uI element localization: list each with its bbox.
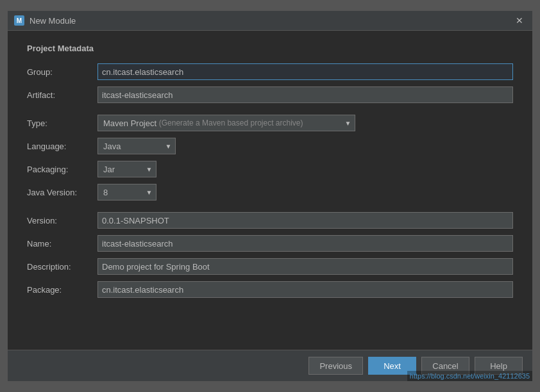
language-label: Language: (27, 142, 97, 151)
artifact-input[interactable] (97, 86, 513, 103)
language-select-wrapper: Java ▼ (97, 138, 513, 154)
type-select-wrapper: Maven Project (Generate a Maven based pr… (97, 115, 513, 131)
language-field: Java ▼ (97, 138, 513, 154)
package-field (97, 281, 513, 298)
description-label: Description: (27, 262, 97, 272)
previous-button[interactable]: Previous (308, 357, 363, 375)
version-input[interactable] (97, 212, 513, 229)
version-field (97, 212, 513, 229)
language-select-text[interactable]: Java (97, 138, 162, 154)
java-version-select-wrapper: 8 ▼ (97, 184, 513, 200)
artifact-row: Artifact: (27, 86, 513, 103)
group-input[interactable] (97, 63, 513, 80)
group-row: Group: (27, 63, 513, 80)
type-field: Maven Project (Generate a Maven based pr… (97, 115, 513, 131)
packaging-select-text[interactable]: Jar (97, 161, 142, 177)
java-version-dropdown-arrow[interactable]: ▼ (142, 184, 156, 200)
version-label: Version: (27, 216, 97, 225)
description-input[interactable] (97, 258, 513, 275)
type-dropdown-arrow[interactable]: ▼ (341, 115, 355, 131)
packaging-label: Packaging: (27, 165, 97, 174)
dialog-title: New Module (30, 16, 76, 26)
type-row: Type: Maven Project (Generate a Maven ba… (27, 115, 513, 131)
group-label: Group: (27, 67, 97, 77)
description-row: Description: (27, 258, 513, 275)
version-row: Version: (27, 212, 513, 229)
java-version-row: Java Version: 8 ▼ (27, 184, 513, 200)
packaging-row: Packaging: Jar ▼ (27, 161, 513, 177)
name-label: Name: (27, 239, 97, 249)
packaging-select-wrapper: Jar ▼ (97, 161, 513, 177)
artifact-field (97, 86, 513, 103)
package-label: Package: (27, 285, 97, 295)
java-version-field: 8 ▼ (97, 184, 513, 200)
description-field (97, 258, 513, 275)
language-row: Language: Java ▼ (27, 138, 513, 154)
module-icon: M (14, 15, 24, 26)
name-field (97, 235, 513, 252)
java-version-select-text[interactable]: 8 (97, 184, 142, 200)
type-label: Type: (27, 118, 97, 128)
close-button[interactable]: ✕ (513, 15, 526, 26)
package-row: Package: (27, 281, 513, 298)
java-version-label: Java Version: (27, 188, 97, 197)
title-bar-left: M New Module (14, 15, 76, 26)
language-dropdown-arrow[interactable]: ▼ (162, 138, 176, 154)
packaging-field: Jar ▼ (97, 161, 513, 177)
section-title: Project Metadata (27, 44, 513, 53)
dialog-body: Project Metadata Group: Artifact: Type: (8, 31, 532, 350)
type-select-text[interactable]: Maven Project (Generate a Maven based pr… (97, 115, 341, 131)
title-bar: M New Module ✕ (8, 11, 532, 31)
watermark: https://blog.csdn.net/weixin_42112635 (407, 371, 532, 381)
name-row: Name: (27, 235, 513, 252)
artifact-label: Artifact: (27, 90, 97, 100)
new-module-dialog: M New Module ✕ Project Metadata Group: A… (7, 10, 533, 382)
group-field (97, 63, 513, 80)
name-input[interactable] (97, 235, 513, 252)
packaging-dropdown-arrow[interactable]: ▼ (142, 161, 156, 177)
package-input[interactable] (97, 281, 513, 298)
